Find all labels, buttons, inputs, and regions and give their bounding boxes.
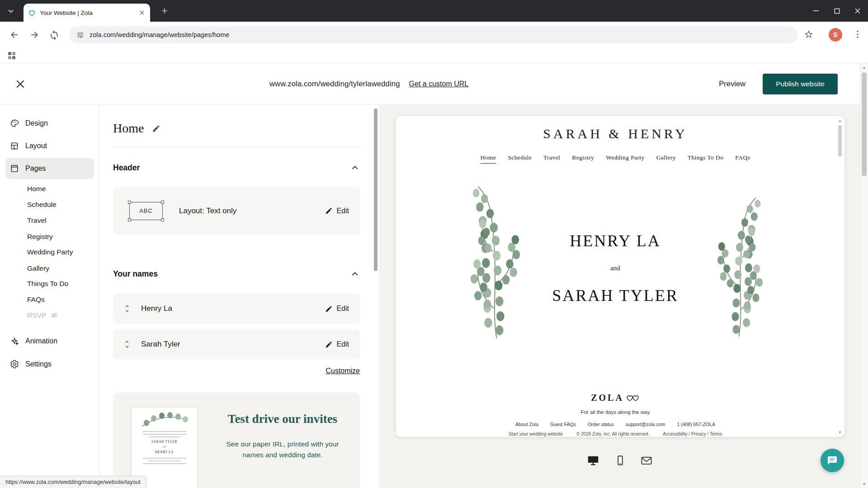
footer-meta-item[interactable]: Accessibility / Privacy / Terms [663, 432, 722, 436]
sidebar-item-settings[interactable]: Settings [10, 358, 52, 371]
sidebar-item-label: Settings [25, 360, 52, 368]
collapse-chevron-up-icon[interactable] [350, 163, 360, 173]
sidebar-page-faqs[interactable]: FAQs [27, 294, 45, 305]
sidebar-page-schedule[interactable]: Schedule [27, 199, 57, 210]
browser-tab[interactable]: Your Website | Zola [24, 4, 150, 22]
panel-title-row: Home [113, 121, 160, 136]
apps-grid-icon[interactable] [7, 51, 16, 60]
sidebar-page-wedding-party[interactable]: Wedding Party [27, 247, 73, 258]
footer-link[interactable]: About Zola [515, 422, 538, 427]
site-nav-things-to-do[interactable]: Things To Do [688, 154, 723, 164]
promo-body: See our paper IRL, printed with your nam… [219, 439, 346, 460]
get-custom-url-link[interactable]: Get a custom URL [409, 80, 469, 88]
sidebar-item-animation[interactable]: Animation [10, 335, 57, 347]
sidebar-page-gallery[interactable]: Gallery [27, 263, 49, 274]
browser-menu-kebab-icon[interactable] [853, 29, 863, 39]
edit-name-button[interactable]: Edit [325, 305, 349, 313]
settings-gear-icon [10, 360, 19, 369]
footer-link[interactable]: Guest FAQs [550, 422, 576, 427]
header-layout-card: ABC Layout: Text only Edit [113, 187, 360, 235]
address-bar[interactable]: zola.com/wedding/manage/website/pages/ho… [69, 26, 797, 43]
close-window-icon[interactable] [847, 0, 868, 22]
site-nav-registry[interactable]: Registry [572, 154, 594, 164]
site-nav-home[interactable]: Home [481, 154, 496, 164]
name-row: Henry La Edit [113, 294, 360, 324]
edit-header-button[interactable]: Edit [325, 207, 349, 215]
sidebar-page-registry[interactable]: Registry [27, 231, 53, 242]
edit-name-button[interactable]: Edit [325, 340, 349, 348]
scroll-up-arrow-icon[interactable]: ▲ [837, 118, 843, 123]
page-scroll-thumb[interactable] [862, 72, 867, 176]
site-nav-schedule[interactable]: Schedule [508, 154, 532, 164]
site-nav-wedding-party[interactable]: Wedding Party [606, 154, 644, 164]
site-nav-travel[interactable]: Travel [543, 154, 560, 164]
preview-stage: SARAH & HENRY Home Schedule Travel Regis… [379, 105, 860, 488]
chat-fab-button[interactable] [821, 449, 844, 472]
collapse-chevron-up-icon[interactable] [350, 269, 360, 279]
sidebar-item-pages[interactable]: Pages [10, 162, 46, 175]
tab-search-chevron-icon[interactable] [5, 5, 16, 16]
maximize-icon[interactable] [826, 0, 847, 22]
scroll-down-arrow-icon[interactable]: ▼ [860, 482, 868, 486]
page-label: Things To Do [27, 280, 68, 288]
page-label: Gallery [27, 264, 49, 272]
invites-promo-card[interactable]: SARAH TYLER and HENRY LA Test drive our … [113, 393, 360, 488]
bookmark-star-icon[interactable] [804, 29, 814, 39]
sidebar-page-travel[interactable]: Travel [27, 215, 47, 226]
panel-scrollbar[interactable] [374, 108, 377, 271]
site-nav-gallery[interactable]: Gallery [656, 154, 676, 164]
sidebar-item-label: Animation [25, 337, 57, 345]
preview-button[interactable]: Preview [719, 80, 745, 88]
scroll-up-arrow-icon[interactable]: ▲ [860, 65, 868, 70]
page-scrollbar[interactable]: ▲ ▼ [860, 63, 868, 488]
drag-handle-icon[interactable] [123, 339, 131, 349]
tab-close-icon[interactable] [138, 9, 146, 16]
sidebar-item-layout[interactable]: Layout [10, 140, 47, 152]
rename-pencil-icon[interactable] [152, 124, 160, 133]
profile-avatar[interactable]: S [829, 28, 842, 42]
design-palette-icon [10, 119, 19, 128]
site-info-icon[interactable] [76, 31, 84, 39]
browser-tab-strip: Your Website | Zola [0, 0, 868, 22]
reload-icon[interactable] [49, 29, 60, 40]
minimize-icon[interactable] [806, 0, 826, 22]
layout-icon [10, 141, 19, 150]
footer-link[interactable]: support@zola.com [626, 422, 665, 427]
footer-link[interactable]: Order status [588, 422, 614, 427]
preview-scrollbar[interactable]: ▲ ▼ [837, 116, 843, 437]
editor-sidebar: Design Layout Pages Home Schedule Travel… [0, 105, 99, 488]
device-email-button[interactable] [637, 450, 656, 470]
site-header-names: SARAH & HENRY [396, 126, 835, 141]
bookmarks-bar [0, 48, 868, 63]
back-icon[interactable] [9, 29, 20, 40]
site-url-group: www.zola.com/wedding/tylerlawedding Get … [269, 63, 468, 104]
customize-link[interactable]: Customize [326, 367, 360, 375]
editor-close-icon[interactable] [14, 78, 26, 90]
couple-and: and [396, 264, 835, 272]
sidebar-item-design[interactable]: Design [10, 117, 48, 130]
device-phone-button[interactable] [610, 450, 630, 470]
footer-link[interactable]: 1 (408) 657-ZOLA [677, 422, 715, 427]
footer-meta-item[interactable]: Start your wedding website [509, 432, 563, 436]
sidebar-page-things-to-do[interactable]: Things To Do [27, 278, 68, 289]
site-nav-faqs[interactable]: FAQs [735, 154, 750, 164]
forward-icon[interactable] [29, 29, 40, 40]
drag-handle-icon[interactable] [123, 304, 131, 314]
device-desktop-button[interactable] [583, 450, 603, 470]
sidebar-page-rsvp[interactable]: RSVP [27, 310, 58, 321]
scroll-down-arrow-icon[interactable]: ▼ [837, 430, 843, 435]
editor-header: www.zola.com/wedding/tylerlawedding Get … [0, 63, 860, 105]
status-bar: https://www.zola.com/wedding/manage/webs… [0, 476, 146, 488]
new-tab-icon[interactable] [160, 6, 169, 15]
edit-label: Edit [336, 207, 349, 215]
header-actions: Preview Publish website [719, 63, 838, 104]
zola-logo-hearts-icon [626, 394, 640, 402]
sidebar-page-home[interactable]: Home [27, 183, 46, 194]
eucalyptus-branch-left [460, 182, 530, 341]
page-label: FAQs [27, 296, 45, 304]
page-label: Schedule [27, 201, 57, 209]
preview-scroll-thumb[interactable] [838, 125, 842, 157]
publish-website-button[interactable]: Publish website [763, 74, 838, 94]
preview-footer-meta: Start your wedding website © 2026 Zola, … [396, 432, 835, 436]
invite-name: HENRY LA [155, 450, 174, 454]
